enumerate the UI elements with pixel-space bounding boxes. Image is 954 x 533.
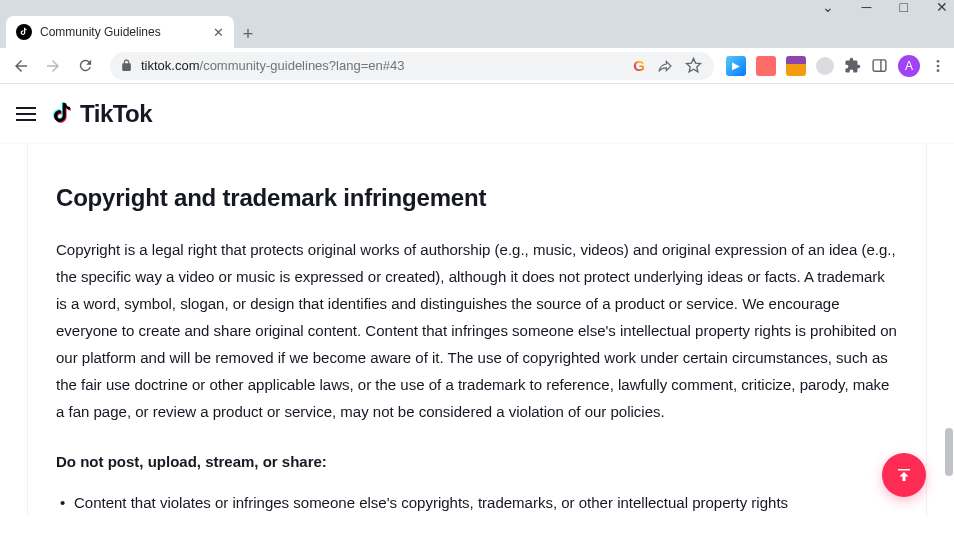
hamburger-menu-icon[interactable] [16, 107, 36, 121]
tab-close-button[interactable]: ✕ [213, 25, 224, 40]
profile-avatar[interactable]: A [898, 55, 920, 77]
bullet-list: Content that violates or infringes someo… [56, 490, 898, 516]
lock-icon [120, 59, 133, 72]
url-text: tiktok.com/community-guidelines?lang=en#… [141, 58, 625, 73]
extension-4-icon[interactable] [816, 57, 834, 75]
reload-button[interactable] [72, 53, 98, 79]
side-panel-icon[interactable] [871, 57, 888, 74]
tab-title: Community Guidelines [40, 25, 205, 39]
extension-2-icon[interactable] [756, 56, 776, 76]
google-icon[interactable]: G [633, 57, 645, 74]
toolbar-extensions: ▶ A [726, 55, 946, 77]
address-bar[interactable]: tiktok.com/community-guidelines?lang=en#… [110, 52, 714, 80]
svg-point-2 [937, 60, 940, 63]
browser-tab[interactable]: Community Guidelines ✕ [6, 16, 234, 48]
tiktok-logo[interactable]: TikTok [50, 100, 152, 128]
tiktok-wordmark: TikTok [80, 100, 152, 128]
article: Copyright and trademark infringement Cop… [27, 144, 927, 516]
article-heading: Copyright and trademark infringement [56, 184, 898, 212]
donot-label: Do not post, upload, stream, or share: [56, 453, 898, 470]
browser-tabstrip: Community Guidelines ✕ + [0, 14, 954, 48]
window-minimize-button[interactable]: ─ [862, 0, 872, 14]
scrollbar-thumb[interactable] [945, 428, 953, 476]
share-icon[interactable] [657, 58, 673, 74]
tiktok-favicon-icon [16, 24, 32, 40]
new-tab-button[interactable]: + [234, 20, 262, 48]
bookmark-star-icon[interactable] [685, 57, 702, 74]
browser-toolbar: tiktok.com/community-guidelines?lang=en#… [0, 48, 954, 84]
forward-button[interactable] [40, 53, 66, 79]
scroll-to-top-button[interactable] [882, 453, 926, 497]
window-maximize-button[interactable]: □ [900, 0, 908, 14]
list-item: Content that violates or infringes someo… [74, 490, 898, 516]
extension-1-icon[interactable]: ▶ [726, 56, 746, 76]
svg-point-4 [937, 69, 940, 72]
kebab-menu-icon[interactable] [930, 58, 946, 74]
site-header: TikTok [0, 84, 954, 144]
content-area: Copyright and trademark infringement Cop… [0, 144, 954, 516]
article-paragraph: Copyright is a legal right that protects… [56, 236, 898, 425]
window-close-button[interactable]: ✕ [936, 0, 948, 14]
window-caret-icon[interactable]: ⌄ [822, 0, 834, 14]
extension-3-icon[interactable] [786, 56, 806, 76]
svg-rect-0 [873, 60, 886, 71]
window-titlebar: ⌄ ─ □ ✕ [0, 0, 954, 14]
svg-point-3 [937, 64, 940, 67]
extensions-puzzle-icon[interactable] [844, 57, 861, 74]
back-button[interactable] [8, 53, 34, 79]
